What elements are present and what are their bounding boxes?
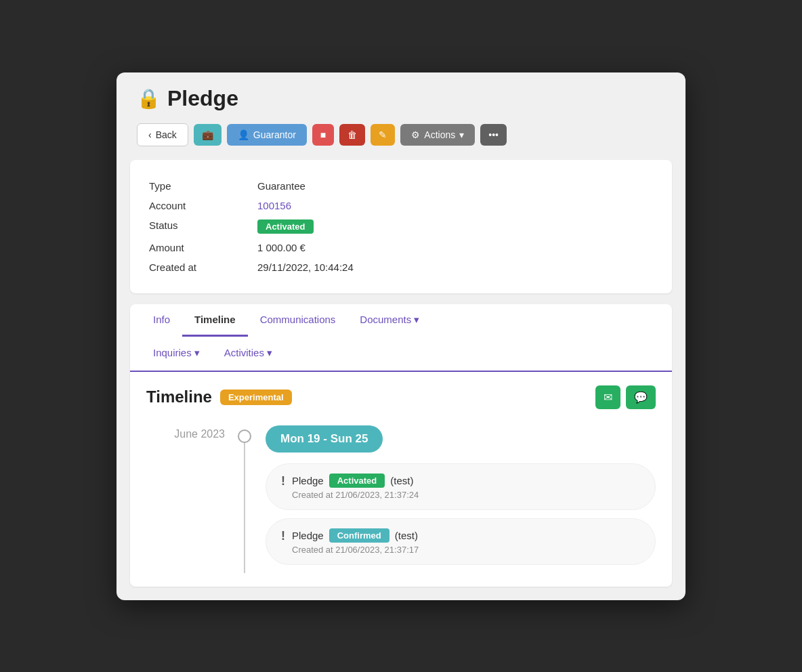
event-note-1: (test) [390,475,413,486]
actions-chevron-icon: ▾ [459,129,464,140]
trash-icon: 🗑 [347,129,357,140]
activities-chevron-icon: ▾ [267,347,272,359]
timeline-dot [238,429,251,443]
event-created-1: Created at 21/06/2023, 21:37:24 [292,490,640,500]
info-row-amount: Amount 1 000.00 € [149,238,653,257]
info-card: Type Guarantee Account 100156 Status Act… [130,160,672,293]
timeline-line [244,443,245,573]
event-content-1: Pledge Activated (test) Created at 21/06… [292,474,640,500]
event-exclaim-icon-2: ! [281,529,285,543]
more-button[interactable]: ••• [480,124,507,146]
documents-chevron-icon: ▾ [414,314,419,326]
info-row-type: Type Guarantee [149,176,653,196]
event-title-row-2: Pledge Confirmed (test) [292,528,640,543]
trash-button[interactable]: 🗑 [339,124,365,146]
inquiries-chevron-icon: ▾ [194,347,200,359]
timeline-action-buttons: ✉ 💬 [595,385,656,409]
created-at-value: 29/11/2022, 10:44:24 [257,261,354,273]
event-note-2: (test) [395,530,418,541]
tab-communications[interactable]: Communications [248,304,348,337]
type-label: Type [149,180,230,192]
tab-timeline[interactable]: Timeline [182,304,248,337]
type-value: Guarantee [257,180,305,192]
send-email-button[interactable]: ✉ [595,385,620,409]
event-card-2: ! Pledge Confirmed (test) Created at 21/… [266,518,656,565]
page-title: Pledge [167,86,238,111]
main-window: 🔒 Pledge ‹ Back 💼 👤 Guarantor ■ 🗑 ✎ ⚙ Ac… [117,72,685,600]
tab-activities[interactable]: Activities ▾ [212,337,284,371]
info-row-created: Created at 29/11/2022, 10:44:24 [149,257,653,277]
edit-icon: ✎ [379,129,387,140]
timeline-line-col [234,425,255,573]
event-type-label-2: Pledge [292,530,324,541]
event-content-2: Pledge Confirmed (test) Created at 21/06… [292,528,640,555]
event-title-row-1: Pledge Activated (test) [292,474,640,488]
account-link[interactable]: 100156 [257,200,291,211]
back-button[interactable]: ‹ Back [137,123,188,146]
event-type-label-1: Pledge [292,475,324,486]
guarantor-button[interactable]: 👤 Guarantor [227,124,307,146]
tab-documents[interactable]: Documents ▾ [347,304,431,337]
created-at-label: Created at [149,261,230,273]
briefcase-icon: 💼 [202,129,213,140]
user-icon: 👤 [238,129,249,140]
amount-value: 1 000.00 € [257,242,305,253]
sms-icon: 💬 [634,392,648,403]
timeline-section: Timeline Experimental ✉ 💬 June 2023 [130,372,672,587]
timeline-content: Mon 19 - Sun 25 ! Pledge Activated (test… [255,425,656,573]
timeline-header: Timeline Experimental ✉ 💬 [146,385,656,409]
status-badge: Activated [257,219,314,234]
timeline-title-group: Timeline Experimental [146,387,292,406]
tabs-row-2: Inquiries ▾ Activities ▾ [130,337,672,372]
email-icon: ✉ [604,392,612,403]
event-status-badge-1: Activated [329,474,385,488]
event-status-badge-2: Confirmed [329,528,389,543]
timeline-title: Timeline [146,387,212,406]
info-row-account: Account 100156 [149,196,653,215]
send-sms-button[interactable]: 💬 [626,385,656,409]
back-chevron-icon: ‹ [148,129,152,140]
timeline-body: June 2023 Mon 19 - Sun 25 ! Pledge Ac [146,425,656,573]
gear-icon: ⚙ [411,129,420,140]
event-created-2: Created at 21/06/2023, 21:37:17 [292,545,640,555]
actions-button[interactable]: ⚙ Actions ▾ [400,124,475,146]
stop-button[interactable]: ■ [312,124,334,146]
experimental-badge: Experimental [220,390,292,405]
event-card-1: ! Pledge Activated (test) Created at 21/… [266,463,656,510]
toolbar: ‹ Back 💼 👤 Guarantor ■ 🗑 ✎ ⚙ Actions ▾ •… [130,123,672,146]
timeline-month: June 2023 [146,425,234,573]
account-label: Account [149,200,230,211]
info-row-status: Status Activated [149,215,653,238]
tab-info[interactable]: Info [141,304,182,337]
tab-inquiries[interactable]: Inquiries ▾ [141,337,212,371]
event-exclaim-icon-1: ! [281,474,285,488]
amount-label: Amount [149,242,230,253]
status-label: Status [149,219,230,234]
month-label: June 2023 [174,428,225,440]
week-badge: Mon 19 - Sun 25 [266,425,383,453]
edit-button[interactable]: ✎ [371,124,395,146]
more-icon: ••• [488,129,499,140]
stop-icon: ■ [320,129,326,140]
briefcase-button[interactable]: 💼 [194,124,221,146]
lock-icon: 🔒 [137,87,161,110]
tabs-row-1: Info Timeline Communications Documents ▾ [130,304,672,337]
tabs-section: Info Timeline Communications Documents ▾… [130,304,672,587]
page-header: 🔒 Pledge [130,86,672,111]
